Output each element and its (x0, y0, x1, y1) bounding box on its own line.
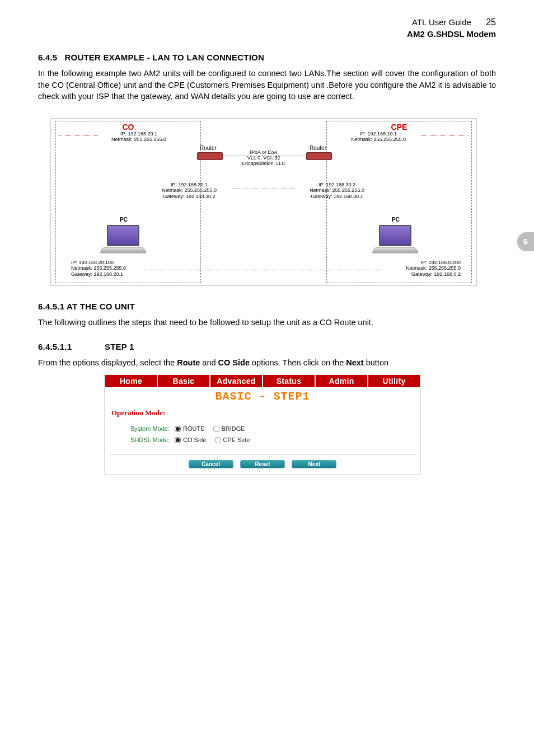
tab-bar: Home Basic Advanced Status Admin Utility (105, 374, 420, 388)
radio-cpe-side[interactable] (214, 436, 221, 443)
radio-bridge[interactable] (213, 425, 219, 432)
text: From the options displayed, select the (38, 358, 177, 367)
doc-title: ATL User Guide (412, 17, 471, 27)
bold-route: Route (177, 358, 200, 367)
pc-label-left: PC (113, 217, 135, 223)
cpe-lan-ip: IP: 192.168.10.1 Netmask: 255.255.255.0 (336, 131, 420, 143)
section-645-heading: 6.4.5 ROUTER EXAMPLE - LAN TO LAN CONNEC… (38, 53, 496, 62)
co-pc-ip: IP: 192.168.20.100 Netmask: 255.255.255.… (71, 260, 126, 277)
cpe-zone-title: CPE (327, 123, 471, 132)
button-row: Cancel Reset Next (105, 458, 420, 474)
section-number: 6.4.5.1.1 (38, 342, 72, 351)
text: Netmask: 255.255.255.0 (147, 187, 231, 193)
co-zone-title: CO (56, 123, 200, 132)
co-wan-ip: IP: 192.168.30.1 Netmask: 255.255.255.0 … (147, 182, 231, 199)
dotted-connector (199, 270, 383, 270)
tab-admin[interactable]: Admin (315, 374, 368, 388)
dotted-connector (59, 135, 98, 136)
text: Netmask: 255.255.255.0 (295, 187, 379, 193)
section-6451-heading: 6.4.5.1 AT THE CO UNIT (38, 302, 496, 311)
radio-co-side[interactable] (175, 436, 181, 443)
cpe-wan-ip: IP: 192.168.30.2 Netmask: 255.255.255.0 … (295, 182, 379, 199)
text: IP: 192.168.10.1 (336, 131, 420, 137)
doc-subtitle: AM2 G.SHDSL Modem (407, 29, 496, 39)
chapter-side-tab: 6 (517, 232, 534, 251)
section-645-para: In the following example two AM2 units w… (38, 68, 496, 102)
section-6451-para: The following outlines the steps that ne… (38, 317, 496, 328)
tab-home[interactable]: Home (105, 374, 157, 388)
shdsl-cpe-side[interactable]: CPE Side (214, 436, 250, 444)
text: options. Then click on the (250, 358, 346, 367)
shdsl-co-side[interactable]: CO Side (174, 436, 207, 444)
shdsl-mode-row: SHDSL Mode: CO Side CPE Side (121, 434, 420, 445)
tab-status[interactable]: Status (263, 374, 315, 388)
bold-coside: CO Side (218, 358, 250, 367)
opt-label: ROUTE (183, 425, 205, 432)
text: IP: 192.168.20.1 (97, 131, 181, 137)
system-mode-row: System Mode: ROUTE BRIDGE (121, 423, 420, 434)
system-mode-bridge[interactable]: BRIDGE (213, 425, 245, 433)
text: button (364, 358, 388, 367)
cpe-pc-ip: IP: 192.168.0.200 Netmask: 255.255.255.0… (406, 260, 461, 277)
section-number: 6.4.5 (38, 53, 57, 62)
text: Gateway: 192.168.20.1 (71, 271, 126, 277)
text: Gateway: 192.168.30.1 (295, 194, 379, 199)
dotted-connector (421, 135, 469, 136)
basic-step1-screenshot: Home Basic Advanced Status Admin Utility… (104, 374, 421, 475)
opt-label: CO Side (183, 436, 207, 443)
tab-basic[interactable]: Basic (157, 374, 210, 388)
text: IP: 192.168.0.200 (406, 260, 461, 265)
page-number: 25 (474, 17, 496, 29)
text: Gateway: 192.168.30.2 (147, 194, 231, 199)
dotted-connector (144, 270, 201, 270)
router-icon (197, 152, 223, 160)
cpe-zone: CPE (326, 121, 472, 283)
pc-label-right: PC (385, 217, 407, 223)
network-diagram: CO CPE IP: 192.168.20.1 Netmask: 255.255… (50, 118, 477, 286)
text: Netmask: 255.255.255.0 (71, 265, 126, 271)
page-header: ATL User Guide 25 AM2 G.SHDSL Modem (38, 17, 496, 39)
co-lan-ip: IP: 192.168.20.1 Netmask: 255.255.255.0 (97, 131, 181, 143)
operation-mode-label: Operation Mode: (105, 405, 420, 423)
form-rows: System Mode: ROUTE BRIDGE SHDSL Mode: CO… (105, 423, 420, 452)
laptop-icon (373, 225, 417, 255)
router-label-right: Router (304, 145, 332, 151)
laptop-icon (101, 225, 145, 255)
text: IP: 192.168.20.100 (71, 260, 126, 265)
bold-next: Next (346, 358, 363, 367)
radio-route[interactable] (175, 425, 181, 432)
text: Encapsulation: LLC (230, 161, 297, 167)
dotted-connector (232, 189, 296, 189)
tab-advanced[interactable]: Advanced (210, 374, 263, 388)
shdsl-mode-label: SHDSL Mode: (121, 436, 174, 443)
section-64511-para: From the options displayed, select the R… (38, 357, 496, 369)
text: Netmask: 255.255.255.0 (406, 265, 461, 271)
panel-title: BASIC - STEP1 (105, 388, 420, 405)
system-mode-route[interactable]: ROUTE (174, 425, 205, 433)
router-icon (306, 152, 332, 160)
text: and (200, 358, 218, 367)
text: Gateway: 192.168.0.2 (406, 271, 461, 277)
section-title: ROUTER EXAMPLE - LAN TO LAN CONNECTION (64, 53, 264, 62)
cancel-button[interactable]: Cancel (189, 460, 233, 468)
co-zone: CO (55, 121, 201, 283)
section-64511-heading: 6.4.5.1.1 STEP 1 (38, 342, 496, 351)
text: IP: 192.168.30.1 (147, 182, 231, 187)
reset-button[interactable]: Reset (240, 460, 285, 468)
opt-label: BRIDGE (222, 425, 245, 432)
tab-utility[interactable]: Utility (368, 374, 420, 388)
text: IP: 192.168.30.2 (295, 182, 379, 187)
text: Netmask: 255.255.255.0 (336, 137, 420, 142)
text: Netmask: 255.255.255.0 (97, 137, 181, 142)
link-label: IPoA or EoA VLI: 0, VCI: 32 Encapsulatio… (230, 150, 297, 167)
opt-label: CPE Side (223, 436, 250, 443)
system-mode-label: System Mode: (121, 425, 174, 432)
router-label-left: Router (194, 145, 222, 151)
section-title: STEP 1 (105, 342, 134, 351)
next-button[interactable]: Next (292, 460, 336, 468)
divider (110, 454, 415, 455)
